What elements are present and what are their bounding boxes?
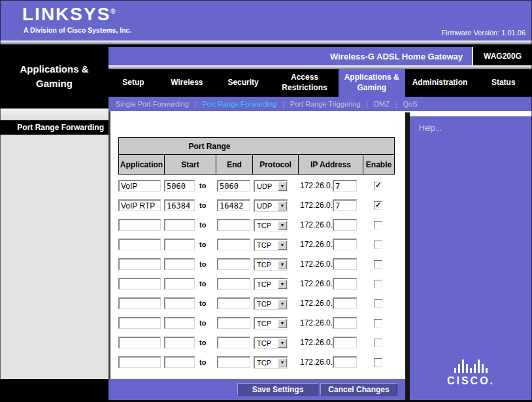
tab-label: Status: [491, 78, 516, 88]
tab-applications-gaming[interactable]: Applications & Gaming: [339, 69, 405, 97]
ip-prefix-label: 172.26.0.: [300, 279, 333, 288]
enable-checkbox[interactable]: [374, 241, 382, 249]
ip-last-octet-input[interactable]: [333, 258, 357, 270]
ip-last-octet-input[interactable]: [333, 356, 357, 368]
port-forward-rows: to UDP ▼ 172.26.0. ✓ to UDP ▼: [118, 176, 395, 372]
port-forward-row: to UDP ▼ 172.26.0. ✓: [118, 176, 395, 195]
dropdown-button[interactable]: ▼: [278, 339, 287, 348]
start-port-input[interactable]: [164, 219, 195, 231]
application-input[interactable]: [118, 180, 161, 192]
enable-checkbox[interactable]: [374, 280, 382, 288]
ip-last-octet-input[interactable]: [333, 219, 357, 231]
end-port-input[interactable]: [217, 337, 250, 348]
application-input[interactable]: [118, 199, 161, 211]
dropdown-button[interactable]: ▼: [278, 319, 287, 328]
tab-status[interactable]: Status: [474, 69, 531, 97]
subnav-item-dmz[interactable]: DMZ: [374, 100, 390, 108]
start-port-input[interactable]: [164, 297, 195, 309]
end-port-input[interactable]: [217, 180, 250, 192]
ip-last-octet-input[interactable]: [333, 337, 357, 348]
ip-last-octet-input[interactable]: [333, 180, 357, 192]
dropdown-button[interactable]: ▼: [278, 260, 287, 269]
enable-checkbox[interactable]: [374, 358, 382, 367]
application-input[interactable]: [118, 317, 161, 329]
protocol-select[interactable]: UDP ▼: [254, 180, 288, 192]
protocol-select[interactable]: TCP ▼: [254, 219, 288, 231]
dropdown-button[interactable]: ▼: [278, 280, 287, 289]
enable-checkbox[interactable]: [374, 260, 382, 269]
dropdown-button[interactable]: ▼: [278, 358, 287, 367]
ip-last-octet-input[interactable]: [333, 199, 357, 211]
protocol-select[interactable]: TCP ▼: [254, 297, 288, 310]
tab-security[interactable]: Security: [216, 69, 271, 97]
application-input[interactable]: [118, 337, 161, 348]
end-port-input[interactable]: [217, 258, 250, 270]
ip-last-octet-input[interactable]: [333, 317, 357, 329]
enable-checkbox[interactable]: ✓: [374, 201, 382, 210]
end-port-input[interactable]: [217, 278, 250, 290]
ip-prefix-label: 172.26.0.: [300, 358, 333, 367]
save-settings-button[interactable]: Save Settings: [237, 383, 318, 395]
protocol-select[interactable]: TCP ▼: [254, 258, 288, 271]
dropdown-button[interactable]: ▼: [278, 201, 287, 210]
protocol-select[interactable]: TCP ▼: [254, 337, 288, 349]
ip-last-octet-input[interactable]: [333, 239, 357, 250]
dropdown-button[interactable]: ▼: [278, 182, 287, 191]
tab-wireless[interactable]: Wireless: [158, 69, 216, 97]
protocol-selected-value: TCP: [255, 222, 278, 229]
to-label: to: [199, 299, 206, 307]
end-port-input[interactable]: [217, 199, 250, 211]
dropdown-button[interactable]: ▼: [278, 221, 287, 230]
top-header: LINKSYS® A Division of Cisco Systems, In…: [0, 0, 532, 41]
enable-checkbox[interactable]: ✓: [374, 182, 382, 190]
start-port-input[interactable]: [164, 258, 195, 270]
application-input[interactable]: [118, 297, 161, 309]
start-port-input[interactable]: [164, 239, 195, 250]
help-link[interactable]: Help...: [419, 124, 442, 133]
start-port-input[interactable]: [164, 317, 195, 329]
ip-prefix-label: 172.26.0.: [300, 318, 333, 327]
end-port-input[interactable]: [217, 219, 250, 231]
protocol-select[interactable]: TCP ▼: [254, 278, 288, 290]
subnav-item-port-range-triggering[interactable]: Port Range Triggering: [290, 100, 361, 108]
port-forward-row: to TCP ▼ 172.26.0.: [118, 274, 395, 293]
subnav-item-port-range-forwarding[interactable]: Port Range Forwarding: [203, 100, 277, 108]
end-port-input[interactable]: [217, 297, 250, 309]
tab-access-restrictions[interactable]: Access Restrictions: [271, 69, 339, 97]
protocol-select[interactable]: UDP ▼: [254, 199, 288, 212]
enable-checkbox[interactable]: [374, 339, 382, 347]
port-forward-row: to TCP ▼ 172.26.0.: [118, 352, 395, 372]
enable-checkbox[interactable]: [374, 299, 382, 308]
end-port-input[interactable]: [217, 356, 250, 368]
cancel-changes-button[interactable]: Cancel Changes: [320, 383, 397, 395]
dropdown-button[interactable]: ▼: [278, 241, 287, 250]
ip-last-octet-input[interactable]: [333, 297, 357, 309]
start-port-input[interactable]: [164, 356, 195, 368]
subnav-item-single-port-forwarding[interactable]: Single Port Forwarding: [116, 100, 189, 108]
start-port-input[interactable]: [164, 199, 195, 211]
end-port-input[interactable]: [217, 239, 250, 250]
tab-label: Setup: [122, 78, 144, 88]
tab-setup[interactable]: Setup: [108, 69, 158, 97]
table-group-header: Port Range: [119, 142, 300, 151]
ip-last-octet-input[interactable]: [333, 278, 357, 290]
application-input[interactable]: [118, 258, 161, 270]
protocol-select[interactable]: TCP ▼: [254, 239, 288, 251]
application-input[interactable]: [118, 219, 161, 231]
start-port-input[interactable]: [164, 180, 195, 192]
subnav-item-qos[interactable]: QoS: [403, 100, 418, 108]
protocol-select[interactable]: TCP ▼: [254, 356, 288, 369]
enable-checkbox[interactable]: [374, 319, 382, 327]
tab-administration[interactable]: Administration: [405, 69, 475, 97]
application-input[interactable]: [118, 278, 161, 290]
content-panel: Port Range Application Start End Protoco…: [108, 111, 405, 379]
application-input[interactable]: [118, 356, 161, 368]
chevron-down-icon: ▼: [280, 184, 285, 188]
end-port-input[interactable]: [217, 317, 250, 329]
enable-checkbox[interactable]: [374, 221, 382, 229]
application-input[interactable]: [118, 239, 161, 250]
protocol-select[interactable]: TCP ▼: [254, 317, 288, 329]
start-port-input[interactable]: [164, 337, 195, 348]
start-port-input[interactable]: [164, 278, 195, 290]
dropdown-button[interactable]: ▼: [278, 299, 287, 309]
